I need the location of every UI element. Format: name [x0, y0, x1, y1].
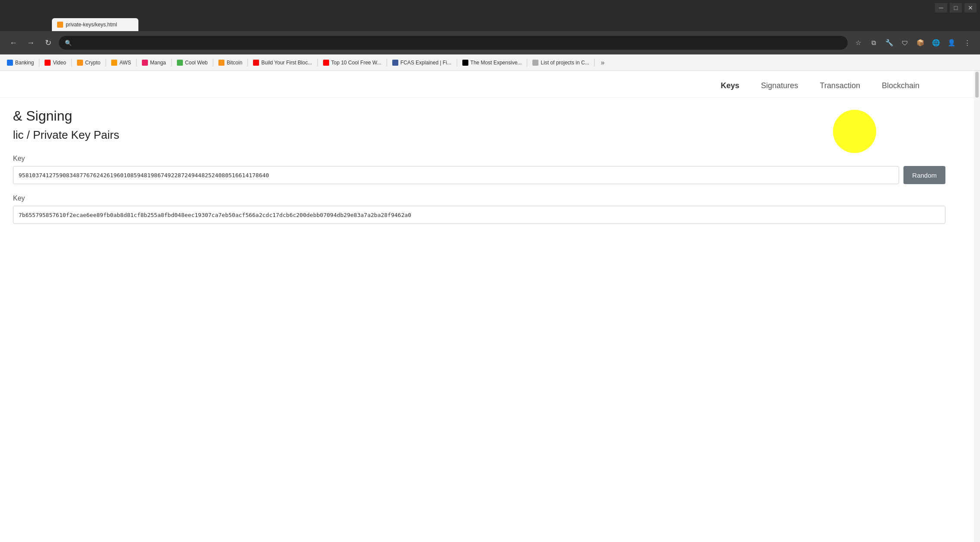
- search-icon: 🔍: [65, 40, 72, 46]
- maximize-button[interactable]: □: [950, 3, 962, 13]
- bookmark-label-video: Video: [53, 60, 66, 66]
- content-area: Key Random Key: [0, 150, 980, 239]
- bookmark-sep-3: [106, 59, 106, 67]
- page-nav: Keys Signatures Transaction Blockchain: [0, 71, 980, 98]
- bookmark-favicon-crypto: [77, 60, 83, 66]
- bookmark-bitcoin[interactable]: Bitcoin: [215, 58, 246, 67]
- close-button[interactable]: ✕: [964, 3, 977, 13]
- bookmark-label-banking: Banking: [15, 60, 34, 66]
- bookmark-favicon-coolweb: [177, 60, 183, 66]
- bookmark-fcas[interactable]: FCAS Explained | Fi...: [389, 58, 455, 67]
- bookmark-favicon-banking: [7, 60, 13, 66]
- browser-icons: ☆ ⧉ 🔧 🛡 📦 🌐 👤 ⋮: [852, 37, 973, 49]
- bookmark-label-aws: AWS: [119, 60, 131, 66]
- extension-icon-3[interactable]: 📦: [914, 37, 926, 49]
- scrollbar[interactable]: [974, 71, 980, 542]
- more-bookmarks-button[interactable]: »: [596, 57, 608, 69]
- tab-favicon: [57, 22, 63, 28]
- bookmark-sep-11: [527, 59, 527, 67]
- url-input[interactable]: private-keys/keys.html: [75, 40, 842, 46]
- bookmark-label-crypto: Crypto: [85, 60, 100, 66]
- nav-blockchain[interactable]: Blockchain: [878, 79, 924, 93]
- bookmark-banking[interactable]: Banking: [3, 58, 37, 67]
- bookmark-label-expensive: The Most Expensive...: [471, 60, 522, 66]
- back-button[interactable]: ←: [7, 36, 20, 49]
- bookmark-video[interactable]: Video: [41, 58, 69, 67]
- public-key-input[interactable]: [13, 206, 945, 224]
- bookmark-favicon-fcas: [392, 60, 398, 66]
- address-bar-row: ← → ↻ 🔍 private-keys/keys.html ☆ ⧉ 🔧 🛡 📦…: [0, 31, 980, 54]
- scrollbar-thumb[interactable]: [975, 72, 979, 98]
- browser-chrome: private-keys/keys.html ← → ↻ 🔍 private-k…: [0, 16, 980, 54]
- bookmark-favicon-listprojects: [532, 60, 538, 66]
- page-subtitle-text: lic / Private Key Pairs: [13, 128, 119, 141]
- page-subtitle: lic / Private Key Pairs: [0, 128, 980, 150]
- bookmark-sep-5: [171, 59, 172, 67]
- bookmark-top10[interactable]: Top 10 Cool Free W...: [320, 58, 385, 67]
- bookmark-favicon-top10: [323, 60, 329, 66]
- bookmark-sep-1: [39, 59, 39, 67]
- title-bar: ─ □ ✕: [0, 0, 980, 16]
- bookmark-manga[interactable]: Manga: [138, 58, 170, 67]
- bookmark-aws[interactable]: AWS: [108, 58, 135, 67]
- bookmark-favicon-manga: [142, 60, 148, 66]
- profile-icon[interactable]: 👤: [945, 37, 958, 49]
- public-key-label: Key: [13, 194, 945, 202]
- bookmark-label-manga: Manga: [150, 60, 166, 66]
- bookmark-label-top10: Top 10 Cool Free W...: [331, 60, 381, 66]
- bookmark-listprojects[interactable]: List of projects in C...: [529, 58, 592, 67]
- bookmark-coolweb[interactable]: Cool Web: [173, 58, 211, 67]
- page-title-text: & Signing: [13, 108, 72, 124]
- private-key-row: Random: [13, 166, 945, 184]
- bookmark-label-fcas: FCAS Explained | Fi...: [400, 60, 452, 66]
- private-key-input[interactable]: [13, 166, 899, 184]
- bookmark-sep-7: [247, 59, 248, 67]
- page-content: Keys Signatures Transaction Blockchain &…: [0, 71, 980, 542]
- minimize-button[interactable]: ─: [935, 3, 947, 13]
- bookmark-label-bitcoin: Bitcoin: [227, 60, 242, 66]
- public-key-row: [13, 206, 945, 224]
- window-controls: ─ □ ✕: [935, 3, 977, 13]
- bookmark-label-listprojects: List of projects in C...: [541, 60, 589, 66]
- bookmark-favicon-bitcoin: [218, 60, 224, 66]
- random-button[interactable]: Random: [903, 166, 945, 184]
- bookmark-crypto[interactable]: Crypto: [74, 58, 104, 67]
- bookmark-sep-10: [457, 59, 457, 67]
- tab-bar: private-keys/keys.html: [0, 16, 980, 31]
- nav-signatures[interactable]: Signatures: [757, 79, 803, 93]
- active-tab[interactable]: private-keys/keys.html: [52, 18, 138, 31]
- forward-button[interactable]: →: [24, 36, 37, 49]
- reload-button[interactable]: ↻: [42, 36, 54, 49]
- bookmark-favicon-aws: [111, 60, 117, 66]
- extension-icon-1[interactable]: 🔧: [883, 37, 895, 49]
- bookmark-expensive[interactable]: The Most Expensive...: [459, 58, 525, 67]
- page-heading: & Signing: [0, 98, 980, 128]
- extension-puzzle-icon[interactable]: ⧉: [868, 37, 880, 49]
- private-key-section: Key Random: [13, 155, 945, 184]
- bookmark-sep-6: [213, 59, 213, 67]
- bookmark-sep-8: [317, 59, 318, 67]
- bookmarks-bar: Banking Video Crypto AWS Manga Cool Web …: [0, 54, 980, 71]
- address-bar[interactable]: 🔍 private-keys/keys.html: [59, 36, 848, 50]
- bookmark-favicon-video: [45, 60, 51, 66]
- bookmark-sep-2: [71, 59, 72, 67]
- bookmark-favicon-build: [253, 60, 259, 66]
- extension-icon-4[interactable]: 🌐: [930, 37, 942, 49]
- bookmark-build[interactable]: Build Your First Bloc...: [250, 58, 315, 67]
- bookmark-label-build: Build Your First Bloc...: [261, 60, 312, 66]
- public-key-section: Key: [13, 194, 945, 224]
- tab-title: private-keys/keys.html: [66, 22, 117, 28]
- menu-icon[interactable]: ⋮: [961, 37, 973, 49]
- private-key-label: Key: [13, 155, 945, 163]
- bookmark-sep-9: [387, 59, 387, 67]
- bookmark-sep-12: [594, 59, 595, 67]
- bookmark-label-coolweb: Cool Web: [185, 60, 208, 66]
- nav-keys[interactable]: Keys: [716, 79, 743, 93]
- bookmark-star-icon[interactable]: ☆: [852, 37, 864, 49]
- extension-icon-2[interactable]: 🛡: [899, 37, 911, 49]
- bookmark-sep-4: [136, 59, 137, 67]
- nav-transaction[interactable]: Transaction: [816, 79, 865, 93]
- bookmark-favicon-expensive: [462, 60, 468, 66]
